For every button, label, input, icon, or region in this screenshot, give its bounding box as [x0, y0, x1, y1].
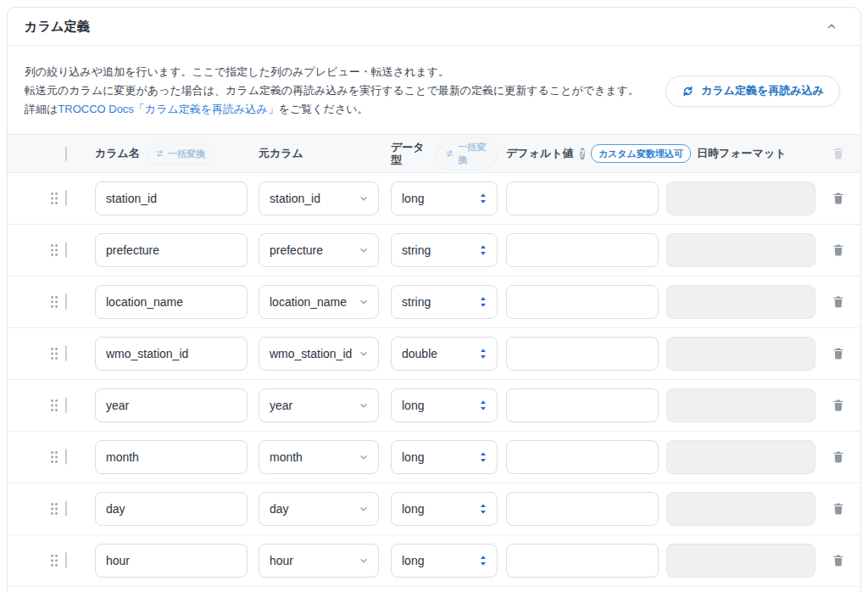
source-column-select[interactable]: station_id	[259, 182, 379, 215]
delete-row-icon[interactable]	[832, 295, 845, 309]
delete-row-icon[interactable]	[832, 399, 845, 412]
delete-row-icon[interactable]	[832, 347, 845, 360]
drag-handle[interactable]	[48, 294, 60, 310]
table-row: wmo_station_id double	[8, 328, 860, 380]
source-column-select[interactable]: prefecture	[259, 233, 379, 267]
default-value-input[interactable]	[506, 233, 659, 267]
datetime-format-input	[666, 233, 815, 267]
source-column-header: 元カラム	[259, 146, 303, 161]
spinner-arrows-icon	[479, 554, 487, 567]
drag-handle[interactable]	[48, 501, 60, 517]
column-name-input[interactable]	[95, 233, 248, 267]
drag-handle[interactable]	[48, 553, 60, 568]
docs-link[interactable]: TROCCO Docs「カラム定義を再読み込み」	[58, 103, 278, 115]
default-value-input[interactable]	[506, 544, 659, 578]
delete-row-icon[interactable]	[832, 450, 845, 464]
column-name-input[interactable]	[95, 337, 248, 371]
data-type-header: データ型	[391, 141, 430, 166]
row-checkbox[interactable]	[65, 500, 67, 517]
row-checkbox[interactable]	[65, 449, 67, 465]
data-type-select[interactable]: string	[391, 285, 498, 319]
source-column-select[interactable]: month	[259, 440, 379, 474]
delete-row-icon[interactable]	[832, 554, 845, 567]
spinner-arrows-icon	[479, 450, 487, 464]
row-checkbox[interactable]	[65, 293, 67, 310]
drag-handle[interactable]	[48, 398, 60, 413]
column-name-input[interactable]	[95, 492, 248, 526]
collapse-chevron-up-icon[interactable]	[823, 18, 840, 35]
spinner-arrows-icon	[479, 347, 487, 360]
chevron-down-icon	[359, 297, 369, 307]
source-column-select[interactable]: day	[259, 492, 379, 526]
column-name-input[interactable]	[95, 182, 248, 215]
chevron-down-icon	[359, 556, 369, 566]
column-name-header: カラム名	[95, 146, 140, 161]
source-column-select[interactable]: hour	[259, 544, 379, 578]
delete-row-icon[interactable]	[832, 502, 845, 516]
table-row: station_id long	[8, 173, 860, 225]
source-column-select[interactable]: location_name	[259, 285, 379, 319]
column-name-input[interactable]	[95, 285, 248, 319]
data-type-select[interactable]: long	[391, 388, 498, 422]
spinner-arrows-icon	[479, 502, 487, 516]
spinner-arrows-icon	[479, 399, 487, 412]
description-text: 列の絞り込みや追加を行います。ここで指定した列のみプレビュー・転送されます。 転…	[25, 63, 648, 119]
select-all-checkbox[interactable]	[65, 147, 67, 161]
column-name-input[interactable]	[95, 440, 248, 474]
default-value-input[interactable]	[506, 337, 659, 371]
row-checkbox[interactable]	[65, 345, 67, 361]
drag-handle[interactable]	[48, 346, 60, 361]
chevron-down-icon	[359, 504, 369, 514]
data-type-select[interactable]: long	[391, 182, 498, 215]
drag-handle[interactable]	[48, 243, 60, 258]
source-column-select[interactable]: year	[259, 388, 379, 422]
bulk-delete-icon[interactable]	[832, 147, 845, 160]
table-row: location_name string	[8, 276, 860, 328]
data-type-select[interactable]: long	[391, 440, 498, 474]
column-name-input[interactable]	[95, 544, 248, 578]
description-line-3: 詳細はTROCCO Docs「カラム定義を再読み込み」をご覧ください。	[25, 100, 648, 119]
default-value-input[interactable]	[506, 388, 659, 422]
row-checkbox[interactable]	[65, 397, 67, 413]
column-name-input[interactable]	[95, 388, 248, 422]
spinner-arrows-icon	[479, 295, 487, 309]
row-checkbox[interactable]	[65, 552, 67, 568]
datetime-format-input	[666, 388, 815, 422]
default-value-header: デフォルト値	[506, 146, 574, 161]
data-type-select[interactable]: long	[391, 544, 498, 578]
drag-handle[interactable]	[48, 450, 60, 465]
default-value-input[interactable]	[506, 492, 659, 526]
data-type-select[interactable]: string	[391, 233, 498, 267]
table-header-row: カラム名 一括変換 元カラム データ型 一括変換	[8, 134, 860, 173]
default-value-input[interactable]	[506, 285, 659, 319]
datetime-format-input	[666, 285, 815, 319]
help-icon[interactable]: ?	[580, 148, 585, 160]
panel-title: カラム定義	[25, 19, 90, 35]
swap-arrows-icon	[155, 149, 164, 158]
row-checkbox[interactable]	[65, 190, 67, 206]
reload-button-label: カラム定義を再読み込み	[701, 83, 824, 98]
drag-handle[interactable]	[48, 191, 60, 206]
chevron-down-icon	[359, 400, 369, 410]
table-row: prefecture string	[8, 225, 860, 276]
source-column-select[interactable]: wmo_station_id	[259, 337, 379, 371]
data-type-select[interactable]: long	[391, 492, 498, 526]
table-body: station_id long	[8, 173, 860, 587]
spinner-arrows-icon	[479, 243, 487, 257]
datetime-format-input	[666, 440, 815, 474]
bulk-convert-button[interactable]: 一括変換	[146, 143, 214, 165]
data-type-select[interactable]: double	[391, 337, 498, 371]
chevron-down-icon	[359, 245, 369, 255]
spinner-arrows-icon	[479, 192, 487, 205]
default-value-input[interactable]	[506, 440, 659, 474]
delete-row-icon[interactable]	[832, 192, 845, 205]
data-type-bulk-convert-button[interactable]: 一括変換	[436, 137, 498, 170]
datetime-format-input	[666, 492, 815, 526]
chevron-down-icon	[359, 193, 369, 204]
reload-column-definitions-button[interactable]: カラム定義を再読み込み	[665, 75, 840, 107]
panel-header: カラム定義	[8, 8, 860, 46]
column-table: カラム名 一括変換 元カラム データ型 一括変換	[8, 134, 860, 587]
row-checkbox[interactable]	[65, 242, 67, 258]
delete-row-icon[interactable]	[832, 243, 845, 257]
default-value-input[interactable]	[506, 182, 659, 215]
